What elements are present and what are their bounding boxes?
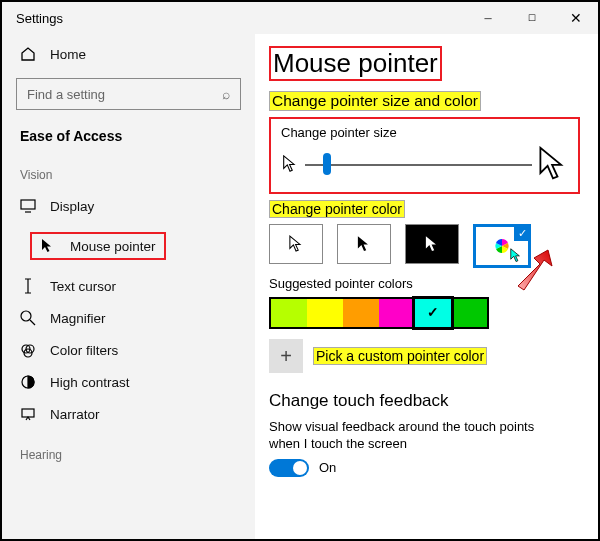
svg-rect-6 <box>22 409 34 417</box>
toggle-state-label: On <box>319 460 336 475</box>
swatch-4[interactable] <box>415 299 451 327</box>
minimize-button[interactable]: ─ <box>466 2 510 34</box>
touch-feedback-desc: Show visual feedback around the touch po… <box>269 419 559 453</box>
narrator-icon <box>20 406 36 422</box>
sidebar-item-display[interactable]: Display <box>2 190 255 222</box>
sidebar-group-vision: Vision <box>2 150 255 190</box>
text-cursor-icon <box>20 278 36 294</box>
plus-icon: + <box>280 345 292 368</box>
pointer-size-label: Change pointer size <box>281 125 568 140</box>
check-icon: ✓ <box>514 225 530 241</box>
high-contrast-label: High contrast <box>50 375 130 390</box>
text-cursor-label: Text cursor <box>50 279 116 294</box>
magnifier-icon <box>20 310 36 326</box>
pointer-style-inverted[interactable] <box>405 224 459 264</box>
swatch-5[interactable] <box>451 299 487 327</box>
touch-feedback-toggle[interactable] <box>269 459 309 477</box>
swatch-0[interactable] <box>271 299 307 327</box>
sidebar-item-text-cursor[interactable]: Text cursor <box>2 270 255 302</box>
annotation-arrow-icon <box>512 244 560 292</box>
large-cursor-icon <box>538 146 568 182</box>
add-custom-color-button[interactable]: + <box>269 339 303 373</box>
pointer-style-black[interactable] <box>337 224 391 264</box>
home-icon <box>20 46 36 62</box>
close-button[interactable]: ✕ <box>554 2 598 34</box>
sidebar-item-color-filters[interactable]: Color filters <box>2 334 255 366</box>
sidebar-item-mouse-pointer[interactable]: Mouse pointer <box>12 224 243 268</box>
color-filters-icon <box>20 342 36 358</box>
pointer-icon <box>40 238 56 254</box>
pointer-size-section: Change pointer size <box>269 117 580 194</box>
sidebar: Home Find a setting ⌕ Ease of Access Vis… <box>2 34 255 539</box>
white-cursor-icon <box>289 235 303 253</box>
maximize-button[interactable]: ☐ <box>510 2 554 34</box>
small-cursor-icon <box>281 155 299 173</box>
custom-color-label: Pick a custom pointer color <box>313 347 487 365</box>
inverted-cursor-icon <box>425 235 439 253</box>
contrast-icon <box>20 374 36 390</box>
sidebar-item-magnifier[interactable]: Magnifier <box>2 302 255 334</box>
touch-feedback-heading: Change touch feedback <box>269 391 580 411</box>
titlebar: Settings ─ ☐ ✕ <box>2 2 598 34</box>
pointer-size-slider[interactable] <box>305 152 532 176</box>
search-placeholder: Find a setting <box>27 87 105 102</box>
search-input[interactable]: Find a setting ⌕ <box>16 78 241 110</box>
swatch-3[interactable] <box>379 299 415 327</box>
mouse-pointer-label: Mouse pointer <box>70 239 156 254</box>
magnifier-label: Magnifier <box>50 311 106 326</box>
svg-rect-0 <box>21 200 35 209</box>
narrator-label: Narrator <box>50 407 100 422</box>
sidebar-category: Ease of Access <box>2 118 255 150</box>
display-label: Display <box>50 199 94 214</box>
swatch-1[interactable] <box>307 299 343 327</box>
color-filters-label: Color filters <box>50 343 118 358</box>
color-wheel-icon <box>494 238 510 254</box>
sidebar-item-high-contrast[interactable]: High contrast <box>2 366 255 398</box>
display-icon <box>20 198 36 214</box>
sidebar-group-hearing: Hearing <box>2 430 255 470</box>
home-label: Home <box>50 47 86 62</box>
pointer-style-white[interactable] <box>269 224 323 264</box>
black-cursor-icon <box>357 235 371 253</box>
pointer-color-label: Change pointer color <box>269 200 405 218</box>
search-icon: ⌕ <box>222 86 230 102</box>
sidebar-item-home[interactable]: Home <box>2 38 255 70</box>
swatch-row <box>269 297 489 329</box>
svg-point-1 <box>21 311 31 321</box>
swatch-2[interactable] <box>343 299 379 327</box>
sidebar-item-narrator[interactable]: Narrator <box>2 398 255 430</box>
section-heading-size-color: Change pointer size and color <box>269 91 481 111</box>
page-title: Mouse pointer <box>269 46 442 81</box>
window-title: Settings <box>2 11 63 26</box>
